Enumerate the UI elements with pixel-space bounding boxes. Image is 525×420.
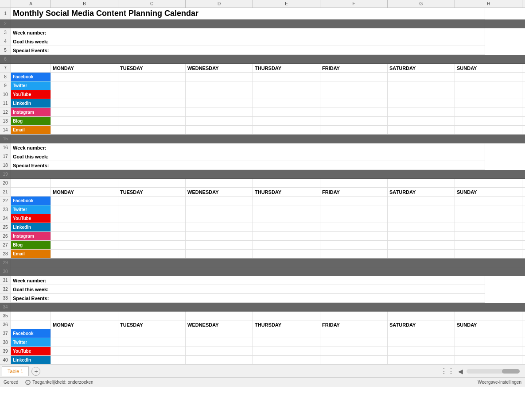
- cell-8g[interactable]: [388, 73, 455, 81]
- cell-26g[interactable]: [388, 232, 455, 241]
- col-header-g[interactable]: G: [388, 0, 455, 8]
- cell-35b[interactable]: [51, 312, 118, 320]
- cell-13d[interactable]: [186, 117, 253, 126]
- cell-12e[interactable]: [253, 108, 320, 117]
- accessibility-label[interactable]: i Toegankelijkheid: onderzoeken: [25, 380, 93, 385]
- platform-youtube-2[interactable]: YouTube: [11, 214, 51, 223]
- platform-facebook-1[interactable]: Facebook: [11, 73, 51, 81]
- cell-25c[interactable]: [118, 223, 186, 232]
- cell-39b[interactable]: [51, 347, 118, 356]
- cell-37h[interactable]: [455, 329, 522, 338]
- cell-12h[interactable]: [455, 108, 522, 117]
- cell-22g[interactable]: [388, 197, 455, 205]
- cell-11c[interactable]: [118, 99, 186, 108]
- col-header-b[interactable]: B: [51, 0, 118, 8]
- cell-27i[interactable]: [522, 241, 525, 250]
- cell-38g[interactable]: [388, 338, 455, 347]
- cell-22c[interactable]: [118, 197, 186, 205]
- platform-email-2[interactable]: Email: [11, 250, 51, 258]
- cell-11e[interactable]: [253, 99, 320, 108]
- cell-13b[interactable]: [51, 117, 118, 126]
- cell-9f[interactable]: [320, 81, 388, 90]
- cell-11h[interactable]: [455, 99, 522, 108]
- cell-37b[interactable]: [51, 329, 118, 338]
- cell-23g[interactable]: [388, 205, 455, 214]
- cell-39g[interactable]: [388, 347, 455, 356]
- cell-26f[interactable]: [320, 232, 388, 241]
- cell-20f[interactable]: [320, 179, 388, 188]
- cell-25e[interactable]: [253, 223, 320, 232]
- cell-10i[interactable]: [522, 90, 525, 99]
- col-header-a[interactable]: A: [11, 0, 51, 8]
- cell-38e[interactable]: [253, 338, 320, 347]
- cell-23c[interactable]: [118, 205, 186, 214]
- cell-14i[interactable]: [522, 126, 525, 135]
- cell-10f[interactable]: [320, 90, 388, 99]
- platform-twitter-2[interactable]: Twitter: [11, 205, 51, 214]
- cell-10b[interactable]: [51, 90, 118, 99]
- cell-26d[interactable]: [186, 232, 253, 241]
- cell-11d[interactable]: [186, 99, 253, 108]
- cell-20i[interactable]: [522, 179, 525, 188]
- cell-40f[interactable]: [320, 356, 388, 365]
- cell-14c[interactable]: [118, 126, 186, 135]
- cell-20e[interactable]: [253, 179, 320, 188]
- col-header-h[interactable]: H: [455, 0, 522, 8]
- col-header-c[interactable]: C: [118, 0, 186, 8]
- cell-12g[interactable]: [388, 108, 455, 117]
- cell-39i[interactable]: [522, 347, 525, 356]
- cell-24i[interactable]: [522, 214, 525, 223]
- cell-25b[interactable]: [51, 223, 118, 232]
- cell-23d[interactable]: [186, 205, 253, 214]
- cell-26e[interactable]: [253, 232, 320, 241]
- cell-10h[interactable]: [455, 90, 522, 99]
- cell-13g[interactable]: [388, 117, 455, 126]
- cell-35d[interactable]: [186, 312, 253, 320]
- cell-25d[interactable]: [186, 223, 253, 232]
- cell-22d[interactable]: [186, 197, 253, 205]
- cell-38h[interactable]: [455, 338, 522, 347]
- cell-35g[interactable]: [388, 312, 455, 320]
- cell-20b[interactable]: [51, 179, 118, 188]
- cell-39h[interactable]: [455, 347, 522, 356]
- cell-40c[interactable]: [118, 356, 186, 365]
- week-number-label-2[interactable]: Week number:: [11, 143, 485, 152]
- cell-12i[interactable]: [522, 108, 525, 117]
- cell-35f[interactable]: [320, 312, 388, 320]
- cell-20a[interactable]: [11, 179, 51, 188]
- cell-22b[interactable]: [51, 197, 118, 205]
- cell-24f[interactable]: [320, 214, 388, 223]
- cell-23f[interactable]: [320, 205, 388, 214]
- cell-35e[interactable]: [253, 312, 320, 320]
- platform-twitter-3[interactable]: Twitter: [11, 338, 51, 347]
- cell-23i[interactable]: [522, 205, 525, 214]
- cell-23b[interactable]: [51, 205, 118, 214]
- cell-22i[interactable]: [522, 197, 525, 205]
- cell-38i[interactable]: [522, 338, 525, 347]
- cell-37e[interactable]: [253, 329, 320, 338]
- cell-38b[interactable]: [51, 338, 118, 347]
- special-events-label-3[interactable]: Special Events:: [11, 294, 485, 303]
- cell-27c[interactable]: [118, 241, 186, 250]
- cell-12c[interactable]: [118, 108, 186, 117]
- cell-37c[interactable]: [118, 329, 186, 338]
- cell-27b[interactable]: [51, 241, 118, 250]
- cell-23h[interactable]: [455, 205, 522, 214]
- cell-27f[interactable]: [320, 241, 388, 250]
- week-number-label-3[interactable]: Week number:: [11, 276, 485, 285]
- cell-11i[interactable]: [522, 99, 525, 108]
- cell-12d[interactable]: [186, 108, 253, 117]
- platform-youtube-1[interactable]: YouTube: [11, 90, 51, 99]
- cell-40g[interactable]: [388, 356, 455, 365]
- cell-8d[interactable]: [186, 73, 253, 81]
- col-header-i[interactable]: I: [522, 0, 525, 8]
- platform-linkedin-1[interactable]: LinkedIn: [11, 99, 51, 108]
- cell-35a[interactable]: [11, 312, 51, 320]
- col-header-f[interactable]: F: [320, 0, 388, 8]
- cell-39c[interactable]: [118, 347, 186, 356]
- cell-24c[interactable]: [118, 214, 186, 223]
- cell-8e[interactable]: [253, 73, 320, 81]
- cell-14e[interactable]: [253, 126, 320, 135]
- goal-label[interactable]: Goal this week:: [11, 37, 485, 46]
- cell-25f[interactable]: [320, 223, 388, 232]
